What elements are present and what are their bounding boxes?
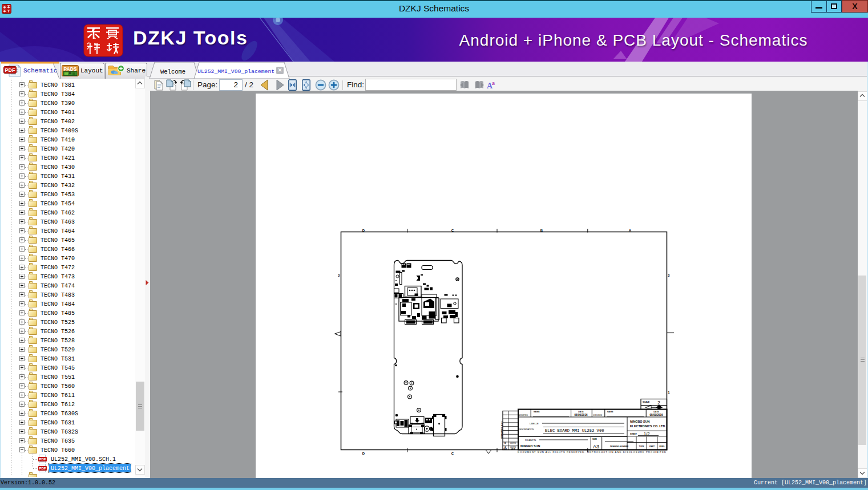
svg-text:VER: VER (503, 448, 507, 450)
svg-text:DENOMINATION: DENOMINATION (519, 428, 534, 431)
svg-text:SCALE: SCALE (643, 401, 650, 403)
svg-text:R.FAB/P.N.: R.FAB/P.N. (525, 439, 536, 442)
svg-text:LIBELLE: LIBELLE (530, 422, 539, 425)
svg-text:ELEC BOARD MMI UL252 V00: ELEC BOARD MMI UL252 V00 (545, 428, 604, 433)
svg-text:D: D (362, 452, 365, 455)
svg-text:NAME: NAME (607, 411, 613, 413)
svg-text:ELECTRONICS CO. LTD.: ELECTRONICS CO. LTD. (630, 424, 666, 428)
svg-text:A3: A3 (593, 444, 599, 449)
svg-text:NAME: NAME (534, 411, 540, 413)
svg-text:2: 2 (657, 400, 660, 406)
svg-text:2: 2 (668, 274, 670, 277)
svg-text:NINGBO SUN: NINGBO SUN (520, 444, 540, 448)
svg-text:D: D (362, 229, 365, 232)
svg-text:PADS: PADS (64, 66, 77, 72)
svg-text:1: 1 (668, 391, 670, 394)
svg-text:PDF: PDF (5, 67, 16, 73)
svg-text:B: B (540, 229, 543, 232)
svg-text:SIZE: SIZE (592, 438, 597, 440)
svg-text:DATE: DATE (511, 448, 515, 450)
svg-text:05/09/2016: 05/09/2016 (575, 414, 588, 416)
svg-text:A: A (629, 229, 632, 232)
svg-text:DRAWING NUMBER: DRAWING NUMBER (610, 446, 629, 448)
svg-text:C: C (451, 452, 454, 455)
svg-text:2: 2 (338, 274, 340, 277)
svg-text:VERS.: VERS. (659, 446, 665, 448)
svg-text:05/09/2016: 05/09/2016 (650, 414, 663, 416)
svg-text:MODIFIED: MODIFIED (519, 414, 528, 416)
svg-text:PART: PART (649, 446, 655, 448)
svg-text:DOCUMENT SUN ALL RIGHTS RESERV: DOCUMENT SUN ALL RIGHTS RESERVED. REPROD… (518, 451, 666, 453)
svg-text:TYPE: TYPE (639, 446, 645, 448)
svg-text:DATE: DATE (653, 411, 659, 413)
svg-text:B: B (504, 442, 506, 444)
svg-text:a: a (492, 80, 495, 86)
svg-text:CHECKED: CHECKED (593, 414, 603, 416)
svg-text:DATE: DATE (578, 411, 584, 413)
svg-text:DRAWING A3H: DRAWING A3H (500, 422, 503, 439)
svg-text:SHEET: SHEET (630, 433, 637, 435)
svg-text:C: C (451, 229, 454, 232)
svg-text:NINGBO SUN: NINGBO SUN (630, 420, 650, 423)
svg-text:05/09/16: 05/09/16 (510, 442, 516, 444)
